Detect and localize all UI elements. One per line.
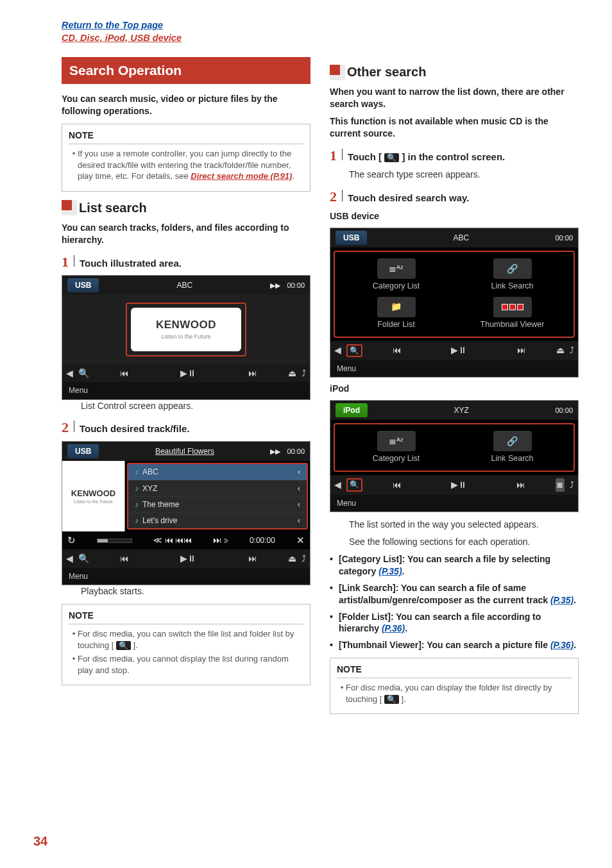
category-list-icon: ≣ᴬᶻ	[377, 431, 416, 451]
file-icon: ♪	[135, 484, 139, 493]
corner-icon: ⤴	[302, 553, 306, 565]
note-item: For disc media, you can switch the file …	[78, 628, 303, 651]
note-box-1: NOTE If you use a remote controller, you…	[62, 124, 310, 192]
note-box-3: NOTE For disc media, you can display the…	[330, 658, 579, 714]
page-link[interactable]: (P.35)	[378, 566, 402, 576]
left-column: Search Operation You can search music, v…	[62, 57, 310, 722]
columns: Search Operation You can search music, v…	[62, 57, 579, 722]
search-method-list: [Category List]: You can search a file b…	[330, 553, 579, 651]
step-divider	[74, 421, 74, 432]
intro-paragraph: You can search music, video or picture f…	[62, 93, 310, 117]
tile-category-list[interactable]: ≣ᴬᶻ Category List	[341, 258, 451, 292]
other-search-title: Other search	[347, 63, 426, 81]
highlighted-track-list[interactable]: ♪ABC‹ ♪XYZ‹ ♪The theme‹ ♪Let's drive‹	[127, 463, 308, 530]
usb-tab: USB	[336, 231, 367, 245]
back-icon: ◀	[66, 553, 73, 565]
list-search-title: List search	[79, 199, 147, 217]
search-operation-heading: Search Operation	[62, 57, 310, 84]
list-item[interactable]: ♪The theme‹	[128, 497, 307, 513]
kenwood-tagline: Listen to the Future	[137, 333, 235, 340]
menu-label: Menu	[330, 495, 578, 512]
right-step-2: 2 Touch desired search way.	[330, 187, 579, 206]
corner-icon: ⤴	[302, 367, 306, 380]
track-title: ABC	[99, 280, 270, 290]
screenshot-usb-search: USB ABC 00:00 ≣ᴬᶻ Category List 🔗 Link S…	[330, 228, 579, 378]
list-item[interactable]: ♪XYZ‹	[128, 481, 307, 497]
back-icon: ◀	[334, 344, 341, 356]
play-pause-icon: ▶⏸	[180, 367, 196, 380]
loop-icon: ↻	[67, 534, 76, 547]
category-list-icon: ≣ᴬᶻ	[377, 258, 416, 279]
highlighted-area[interactable]: KENWOOD Listen to the Future	[126, 303, 246, 356]
right-column: Other search When you want to narrow the…	[330, 57, 579, 722]
side-album-art: KENWOOD Listen to the Future	[62, 461, 125, 531]
play-pause-icon: ▶⏸	[451, 344, 467, 356]
skip-prev-icon: ⏮	[393, 344, 402, 356]
search-icon: 🔍	[78, 367, 89, 380]
after-sort-text1: The list sorted in the way you selected …	[349, 519, 579, 531]
usb-tab: USB	[67, 444, 99, 458]
note-item: For disc media, you cannot display the l…	[78, 653, 303, 676]
step-text: Touch desired track/file.	[80, 422, 189, 435]
breadcrumb-link[interactable]: CD, Disc, iPod, USB device	[62, 32, 579, 45]
play-pause-icon: ▶⏸	[451, 479, 467, 491]
step-text: Touch illustrated area.	[80, 257, 182, 270]
elapsed-time: 0:00:00	[250, 535, 275, 546]
skip-prev-icon: ⏮	[120, 367, 129, 380]
return-top-link[interactable]: Return to the Top page	[62, 19, 579, 32]
after-sort-text2: See the following sections for each oper…	[349, 536, 579, 548]
right-step1-after: The search type screen appears.	[349, 169, 579, 181]
play-pause-icon: ▶⏸	[180, 553, 196, 565]
track-indicator-icon: ◙	[556, 478, 565, 492]
page-link[interactable]: (P.35)	[550, 595, 574, 605]
next-icon: ▶▶	[270, 447, 280, 456]
step-divider	[342, 149, 343, 160]
tile-thumbnail-viewer[interactable]: Thumbnail Viewer	[457, 297, 567, 330]
step-1: 1 Touch illustrated area.	[62, 253, 310, 272]
track-title: XYZ	[368, 405, 555, 415]
eject-icon: ⏏	[288, 367, 296, 380]
track-title: Beautiful Flowers	[99, 446, 270, 456]
album-art: KENWOOD Listen to the Future	[131, 308, 241, 351]
file-icon: ♪	[135, 467, 139, 476]
search-icon: 🔍	[384, 695, 399, 704]
page-link[interactable]: (P.36)	[382, 623, 405, 633]
heading-square-icon	[62, 200, 77, 215]
list-item: [Thumbnail Viewer]: You can search a pic…	[330, 639, 579, 651]
nav-prev-icons: ≪ ⏮ ⏮⏮	[153, 535, 192, 546]
highlighted-search-options[interactable]: ≣ᴬᶻ Category List 🔗 Link Search	[334, 423, 575, 472]
screenshot-ipod-search: iPod XYZ 00:00 ≣ᴬᶻ Category List 🔗 Link …	[330, 400, 579, 512]
menu-label: Menu	[62, 568, 310, 585]
search-icon-highlighted: 🔍	[346, 344, 362, 357]
step-divider	[74, 255, 74, 267]
skip-prev-icon: ⏮	[393, 479, 402, 491]
corner-icon: ⤴	[570, 344, 574, 356]
search-icon: 🔍	[384, 153, 399, 162]
list-item[interactable]: ♪Let's drive‹	[128, 513, 307, 528]
list-item: [Category List]: You can search a file b…	[330, 553, 579, 578]
kenwood-logo: KENWOOD	[71, 488, 115, 499]
corner-icon: ⤴	[570, 479, 574, 491]
folder-list-icon: 📁	[377, 297, 416, 317]
file-icon: ♪	[135, 500, 139, 509]
note-item: For disc media, you can display the fold…	[346, 682, 572, 705]
tile-link-search[interactable]: 🔗 Link Search	[457, 258, 567, 292]
kenwood-logo: KENWOOD	[137, 318, 235, 333]
time-text: 00:00	[287, 447, 305, 456]
tile-folder-list[interactable]: 📁 Folder List	[341, 297, 451, 330]
list-item[interactable]: ♪ABC‹	[128, 464, 307, 480]
list-search-heading: List search	[62, 199, 310, 217]
page-link[interactable]: (P.36)	[550, 640, 574, 650]
eject-icon: ⏏	[288, 553, 296, 565]
heading-square-icon	[330, 65, 345, 80]
tile-link-search[interactable]: 🔗 Link Search	[457, 431, 567, 464]
nav-next-icons: ⏭ ≫	[213, 535, 228, 546]
direct-search-link[interactable]: Direct search mode (P.91)	[191, 171, 292, 181]
step-divider	[342, 190, 343, 201]
note-title: NOTE	[69, 610, 303, 624]
tile-category-list[interactable]: ≣ᴬᶻ Category List	[341, 431, 451, 464]
search-icon: 🔍	[78, 553, 89, 565]
shuffle-icon: ✕	[296, 534, 305, 547]
search-icon: 🔍	[116, 641, 131, 650]
highlighted-search-options[interactable]: ≣ᴬᶻ Category List 🔗 Link Search 📁 Folder…	[334, 251, 575, 338]
